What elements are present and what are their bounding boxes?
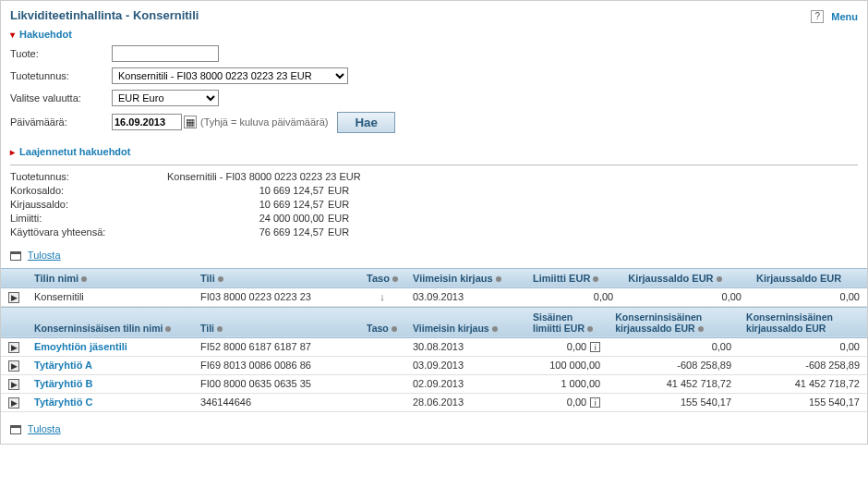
table-row: ▶Tytäryhtiö BFI00 8000 0635 0635 3502.09… [1,374,867,393]
th-expand [1,268,27,287]
th2-latest[interactable]: Viimeisin kirjaus [405,307,525,337]
level-down-icon: ↓ [380,291,385,302]
hae-button[interactable]: Hae [337,112,394,133]
internal-account-link[interactable]: Emoyhtiön jäsentili [34,341,127,352]
header-actions: ? Menu [811,10,858,23]
paivamaara-label: Päivämäärä: [10,116,112,128]
help-icon[interactable]: ? [811,10,824,23]
th2-level[interactable]: Taso [359,307,405,337]
cell-account: FI52 8000 6187 6187 87 [193,337,359,356]
summary-value: 10 669 124,57 [167,199,324,210]
cell-b2: 0,00 [739,337,867,356]
cell-account: FI00 8000 0635 0635 35 [193,374,359,393]
expand-icon[interactable]: ▶ [8,379,19,390]
th-limit[interactable]: Limiitti EUR [525,268,621,287]
th-bal1[interactable]: Kirjaussaldo EUR [621,268,749,287]
calendar-icon[interactable]: ▦ [184,116,197,128]
summary-value: 10 669 124,57 [167,185,324,196]
internal-account-link[interactable]: Tytäryhtiö B [34,378,92,389]
info-icon[interactable]: i [590,342,600,352]
print-icon[interactable] [10,251,21,261]
tuote-label: Tuote: [10,48,112,59]
print-icon[interactable] [10,425,21,434]
valuutta-select[interactable]: EUR Euro [112,90,219,106]
th-account[interactable]: Tili [193,268,359,287]
th2-bal2[interactable]: Konserninsisäinen kirjaussaldo EUR [739,307,867,337]
summary-value: 76 669 124,57 [167,226,324,238]
account-table: Tilin nimi Tili Taso Viimeisin kirjaus L… [1,268,867,307]
cell-account: 346144646 [193,393,359,411]
th2-limit[interactable]: Sisäinen limiitti EUR [525,307,608,337]
search-form: Tuote: Konsernitili Tuotetunnus: Konsern… [1,45,867,144]
summary-unit: EUR [324,213,361,224]
th2-name[interactable]: Konserninsisäisen tilin nimi [27,307,193,337]
cell-latest: 30.08.2013 [405,337,525,356]
internal-account-link[interactable]: Tytäryhtiö A [34,360,92,371]
cell-b1: -608 258,89 [608,356,739,374]
search-toggle[interactable]: Hakuehdot [1,27,867,45]
summary-label: Korkosaldo: [10,185,167,196]
summary-label: Käyttövara yhteensä: [10,226,167,238]
search-toggle-label: Hakuehdot [19,29,72,40]
app-window: Likviditeetinhallinta - Konsernitili ? M… [0,0,868,445]
cell-b1: 155 540,17 [608,393,739,411]
summary-block: Tuotetunnus: Konsernitili - FI03 8000 02… [1,165,867,246]
expand-icon[interactable]: ▶ [8,342,19,353]
cell-limit: 0,00i [525,393,608,411]
cell-level [359,374,405,393]
cell-b2: 41 452 718,72 [739,374,867,393]
th2-account[interactable]: Tili [193,307,359,337]
cell-b2: -608 258,89 [739,356,867,374]
th-name[interactable]: Tilin nimi [27,268,193,287]
info-icon[interactable]: i [590,397,600,408]
summary-unit: EUR [324,185,361,196]
cell-level [359,356,405,374]
advanced-toggle[interactable]: Laajennetut hakuehdot [1,144,867,163]
cell-b2: 155 540,17 [739,393,867,411]
cell-level [359,337,405,356]
valuutta-label: Valitse valuutta: [10,92,112,104]
cell-b2: 0,00 [749,287,867,306]
th-latest[interactable]: Viimeisin kirjaus [405,268,525,287]
th-level[interactable]: Taso [359,268,405,287]
table-row: ▶Tytäryhtiö AFI69 8013 0086 0086 8603.09… [1,356,867,374]
cell-b1: 0,00 [608,337,739,356]
paivamaara-input[interactable] [112,114,182,130]
tuotetunnus-label: Tuotetunnus: [10,70,112,81]
tuotetunnus-select[interactable]: Konsernitili - FI03 8000 0223 0223 23 EU… [112,67,348,84]
cell-latest: 03.09.2013 [405,356,525,374]
th2-expand [1,307,27,337]
cell-level [359,393,405,411]
tuote-select[interactable]: Konsernitili [112,45,219,62]
print-link-top[interactable]: Tulosta [28,250,61,261]
th-bal2[interactable]: Kirjaussaldo EUR [749,268,867,287]
print-link-bottom[interactable]: Tulosta [28,423,61,434]
cell-account: FI69 8013 0086 0086 86 [193,356,359,374]
print-top: Tulosta [1,246,867,268]
summary-unit: EUR [324,199,361,210]
table-row: ▶ Konsernitili FI03 8000 0223 0223 23 ↓ … [1,287,867,306]
expand-icon[interactable]: ▶ [8,397,19,409]
cell-account: FI03 8000 0223 0223 23 [193,287,359,306]
cell-limit: 0,00 [525,287,621,306]
summary-tuotetunnus-label: Tuotetunnus: [10,171,167,182]
internal-account-link[interactable]: Tytäryhtiö C [34,396,92,408]
advanced-toggle-label: Laajennetut hakuehdot [19,146,130,157]
table-row: ▶Emoyhtiön jäsentiliFI52 8000 6187 6187 … [1,337,867,356]
internal-table: Konserninsisäisen tilin nimi Tili Taso V… [1,307,867,412]
cell-b1: 0,00 [621,287,749,306]
print-bottom: Tulosta [1,412,867,444]
th2-bal1[interactable]: Konserninsisäinen kirjaussaldo EUR [608,307,739,337]
expand-icon[interactable]: ▶ [8,360,19,372]
cell-limit: 100 000,00 [525,356,608,374]
summary-label: Kirjaussaldo: [10,199,167,210]
summary-unit: EUR [324,226,361,238]
page-title: Likviditeetinhallinta - Konsernitili [10,8,199,22]
cell-latest: 02.09.2013 [405,374,525,393]
menu-link[interactable]: Menu [831,11,858,22]
cell-b1: 41 452 718,72 [608,374,739,393]
summary-tuotetunnus-value: Konsernitili - FI03 8000 0223 0223 23 EU… [167,171,361,182]
cell-name: Konsernitili [27,287,193,306]
table-row: ▶Tytäryhtiö C34614464628.06.20130,00i155… [1,393,867,411]
expand-icon[interactable]: ▶ [8,292,19,303]
